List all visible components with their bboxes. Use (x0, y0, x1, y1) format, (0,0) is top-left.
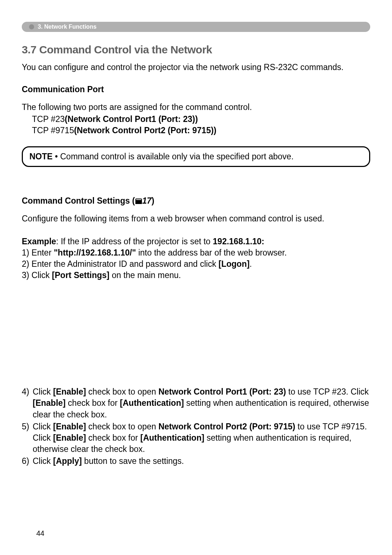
example-label: Example (22, 237, 56, 246)
step-1-prefix: Enter (32, 248, 54, 257)
step-5-num: 5) (22, 421, 33, 455)
step-3: 3) Click [Port Settings] on the main men… (22, 270, 370, 281)
step-2-prefix: Enter the Administrator ID and password … (32, 259, 219, 269)
s4-b4: [Authentication] (120, 398, 184, 408)
s4-p4: check box for (66, 398, 120, 408)
step-3-button: [Port Settings] (52, 270, 109, 280)
s5-b3: [Enable] (53, 433, 86, 442)
settings-intro: Configure the following items from a web… (22, 213, 370, 224)
step-1: 1) Enter "http://192.168.1.10/" into the… (22, 247, 370, 258)
s4-p1: Click (33, 387, 53, 396)
step-4: 4) Click [Enable] check box to open Netw… (22, 386, 370, 420)
step-5: 5) Click [Enable] check box to open Netw… (22, 421, 370, 455)
port-1-prefix: TCP #23 (32, 114, 65, 124)
note-label: NOTE (29, 152, 53, 161)
steps-list-lower: 4) Click [Enable] check box to open Netw… (22, 386, 370, 466)
step-3-suffix: on the main menu. (110, 270, 181, 280)
port-2-name: (Network Control Port2 (Port: 9715)) (74, 126, 216, 135)
settings-ref-num: 17 (142, 196, 152, 205)
example-ip: 192.168.1.10: (213, 237, 264, 246)
s6-suffix: button to save the settings. (82, 456, 184, 466)
step-1-url: "http://192.168.1.10/" (54, 248, 136, 257)
step-6-content: Click [Apply] button to save the setting… (33, 456, 370, 467)
step-1-suffix: into the address bar of the web browser. (136, 248, 287, 257)
step-4-num: 4) (22, 386, 33, 420)
s5-b2: Network Control Port2 (Port: 9715) (158, 422, 295, 431)
port-1-name: (Network Control Port1 (Port: 23)) (65, 114, 198, 124)
s6-prefix: Click (33, 456, 53, 466)
breadcrumb-text: 3. Network Functions (38, 24, 97, 30)
step-2-num: 2) (22, 259, 29, 269)
s4-b1: [Enable] (53, 387, 86, 396)
s5-p2: check box to open (86, 422, 158, 431)
step-1-num: 1) (22, 248, 29, 257)
breadcrumb-bar: 3. Network Functions (22, 22, 370, 32)
step-3-num: 3) (22, 270, 29, 280)
command-control-settings-title: Command Control Settings (17) (22, 196, 370, 206)
s5-p4: check box for (86, 433, 140, 442)
s5-b4: [Authentication] (140, 433, 204, 442)
step-6: 6) Click [Apply] button to save the sett… (22, 456, 370, 467)
example-line: Example: If the IP address of the projec… (22, 236, 370, 247)
page-number: 44 (36, 529, 44, 538)
step-4-content: Click [Enable] check box to open Network… (33, 386, 370, 420)
step-6-num: 6) (22, 456, 33, 467)
communication-port-intro: The following two ports are assigned for… (22, 102, 370, 113)
section-intro: You can configure and control the projec… (22, 62, 370, 73)
step-2-button: [Logon] (219, 259, 250, 269)
s5-p1: Click (33, 422, 53, 431)
example-text: : If the IP address of the projector is … (56, 237, 213, 246)
s4-p2: check box to open (86, 387, 158, 396)
s4-b3: [Enable] (33, 398, 66, 408)
s5-b1: [Enable] (53, 422, 86, 431)
note-box: NOTE • Command control is available only… (22, 146, 370, 167)
settings-title-prefix: Command Control Settings ( (22, 196, 135, 205)
step-3-prefix: Click (32, 270, 52, 280)
settings-title-suffix: ) (151, 196, 154, 205)
step-2-suffix: . (250, 259, 252, 269)
step-5-content: Click [Enable] check box to open Network… (33, 421, 370, 455)
port-item-1: TCP #23(Network Control Port1 (Port: 23)… (32, 114, 370, 125)
s6-button: [Apply] (53, 456, 82, 466)
communication-port-title: Communication Port (22, 85, 370, 94)
s4-b2: Network Control Port1 (Port: 23) (158, 387, 286, 396)
note-text: • Command control is available only via … (55, 152, 294, 161)
port-list: TCP #23(Network Control Port1 (Port: 23)… (32, 114, 370, 136)
step-2: 2) Enter the Administrator ID and passwo… (22, 258, 370, 270)
port-item-2: TCP #9715(Network Control Port2 (Port: 9… (32, 125, 370, 136)
s4-p3: to use TCP #23. Click (286, 387, 369, 396)
port-2-prefix: TCP #9715 (32, 126, 74, 135)
book-reference-icon (135, 199, 142, 204)
example-block: Example: If the IP address of the projec… (22, 236, 370, 281)
breadcrumb-dot-icon (29, 24, 34, 29)
section-title: 3.7 Command Control via the Network (22, 44, 370, 56)
